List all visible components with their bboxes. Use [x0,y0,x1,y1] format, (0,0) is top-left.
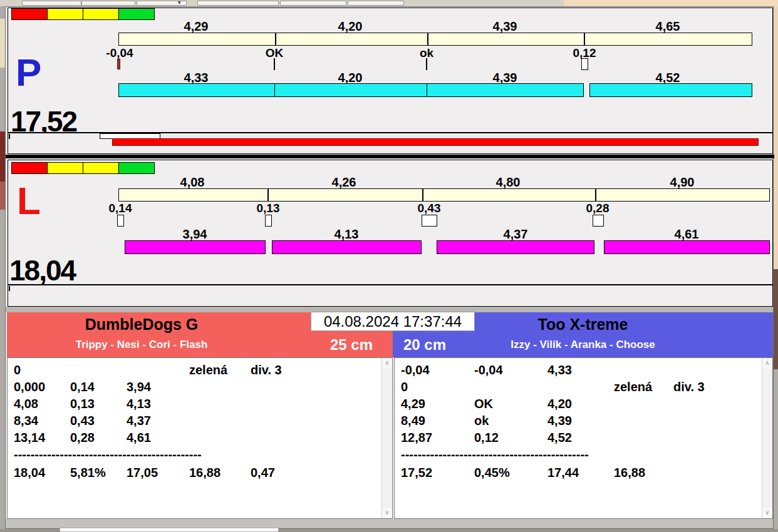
window-bottom-band [6,519,773,528]
cell: 4,39 [547,414,572,428]
datetime-display: 04.08.2024 17:37:44 [311,312,475,331]
table-row: 13,14 0,28 4,61 [8,431,380,448]
cell: -0,04 [401,363,430,377]
l-changeover-gap-marker [422,215,437,227]
l-run-seg-label-2: 4,13 [321,227,371,242]
background-sliver-segment [0,182,5,210]
table-row: 0,000 0,14 3,94 [8,380,380,397]
cell: 4,13 [127,397,151,411]
background-window-top-strip: ▾ [0,0,778,6]
cell: 4,20 [547,397,572,411]
l-run-seg-label-1: 3,94 [170,227,220,242]
p-marker-label-1: -0,04 [98,46,142,60]
traffic-light-strip [11,8,158,20]
l-run-segment-3 [437,240,594,254]
cell: 0,000 [14,380,45,394]
scroll-down-icon[interactable]: ∨ [382,508,392,518]
cell: div. 3 [251,363,282,377]
table-row: -0,04 -0,04 4,33 [395,363,760,380]
cell: 0,12 [474,431,499,445]
background-sliver-segment [0,131,5,182]
l-marker-label-4: 0,28 [576,202,620,215]
l-reference-bar [118,188,770,202]
table-separator: ----------------------------------------… [14,448,214,462]
scroll-down-icon[interactable]: ∨ [762,508,772,518]
p-changeover-gap-marker [581,58,588,70]
table-separator: ----------------------------------------… [401,448,601,462]
cell: 0 [14,363,21,377]
p-ok-marker-line [274,58,275,70]
cell: 17,05 [127,466,158,480]
right-table-scrollbar[interactable]: ∧ ∨ [762,358,772,518]
cell: 4,61 [127,431,151,445]
table-row: 4,29 OK 4,20 [395,397,760,414]
l-ref-seg-label-4: 4,90 [657,175,707,190]
background-window-left-sliver [0,6,5,532]
p-run-segment-4 [589,83,752,97]
background-toolbar-box [280,1,346,6]
progress-origin-tick [9,286,10,291]
p-ref-seg-label-3: 4,39 [480,19,530,34]
cell: 0 [401,380,408,394]
cell: 8,49 [401,414,425,428]
cell: 8,34 [14,414,38,428]
l-ref-seg-label-1: 4,08 [167,175,217,190]
cell: 17,52 [401,466,432,480]
traffic-light-red [11,8,48,20]
lane-l-panel: L 18,04 4,08 4,26 4,80 4,90 0,14 0,13 0,… [8,160,773,285]
lane-p-total-time: 17,52 [11,107,76,136]
l-run-segment-4 [604,240,770,254]
l-changeover-gap-marker [265,215,272,227]
l-run-segment-1 [125,240,266,254]
traffic-light-yellow2 [83,162,119,174]
lane-p-panel: P 17,52 4,29 4,20 4,39 4,65 -0,04 OK ok … [8,8,773,133]
timing-app-window: P 17,52 4,29 4,20 4,39 4,65 -0,04 OK ok … [5,6,774,529]
cell: 3,94 [127,380,151,394]
bar-tick [422,189,423,201]
left-table-scrollbar[interactable]: ∧ ∨ [381,358,392,518]
l-run-segment-2 [272,240,422,254]
table-row: 0 zelená div. 3 [395,380,760,397]
p-ref-seg-label-4: 4,65 [643,19,693,34]
scroll-up-icon[interactable]: ∧ [382,358,392,369]
background-toolbar-box [348,1,404,6]
background-sliver-segment [774,6,778,269]
cell: 12,87 [401,431,432,445]
traffic-light-red [11,162,48,174]
traffic-light-green [118,162,155,174]
left-team-dogs: Trippy - Nesi - Cori - Flash [7,339,276,351]
l-run-seg-label-3: 4,37 [490,227,541,242]
cell: 0,14 [70,380,95,394]
background-toolbar-box [81,1,135,6]
left-team-result-table: 0 zelená div. 3 0,000 0,14 3,94 4,08 0,1… [7,357,393,519]
l-changeover-gap-marker [593,215,604,227]
right-team-dogs: Izzy - Vilík - Aranka - Choose [393,339,773,351]
bar-tick [584,33,585,45]
cell: 16,88 [189,466,220,480]
l-ref-seg-label-3: 4,80 [483,175,533,190]
l-run-seg-label-4: 4,61 [661,227,712,242]
l-ref-seg-label-2: 4,26 [319,175,369,190]
traffic-light-yellow2 [83,8,119,20]
l-changeover-gap-marker [117,215,124,227]
left-team-name: DumbleDogs G [7,315,276,334]
table-total-row: 17,52 0,45% 17,44 16,88 [395,466,760,483]
cell: 16,88 [614,466,645,480]
bar-tick [267,189,269,201]
traffic-light-yellow1 [47,162,83,174]
lane-l-letter: L [17,182,41,220]
traffic-light-strip [11,162,158,174]
cell: zelená [189,363,227,377]
cell: 4,37 [127,414,151,428]
traffic-light-green [118,8,155,20]
cell: 0,28 [70,431,95,445]
dropdown-arrow-icon: ▾ [178,0,181,6]
l-marker-label-3: 0,43 [407,202,451,215]
background-window-bottom-box [60,528,279,532]
p-fault-marker [117,59,120,69]
cell: ok [474,414,489,428]
cell: 0,45% [474,466,510,480]
lane-l-total-time: 18,04 [9,256,75,285]
cell: -0,04 [474,363,503,377]
scroll-up-icon[interactable]: ∧ [762,358,772,369]
